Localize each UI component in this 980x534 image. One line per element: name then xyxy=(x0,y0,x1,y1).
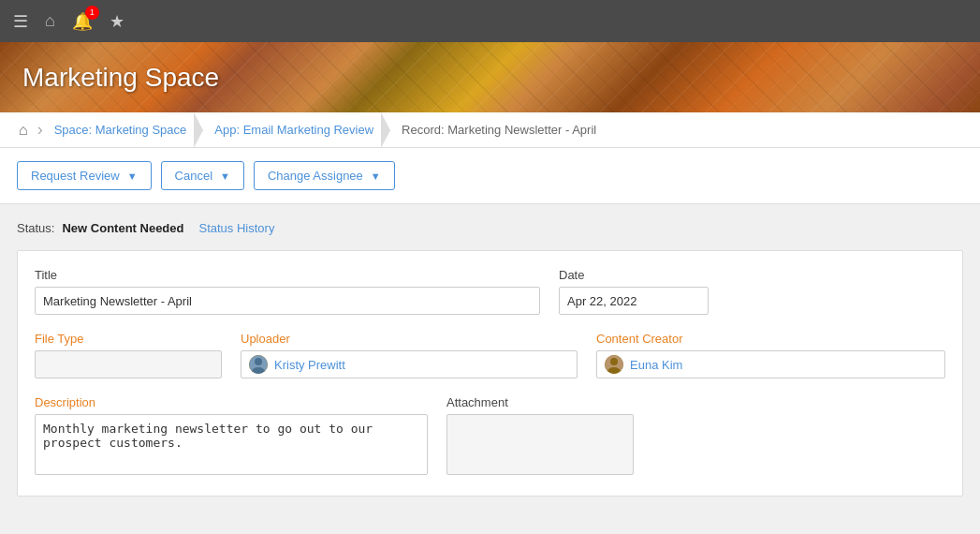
creator-field-group: Content Creator Euna Kim xyxy=(596,332,945,378)
description-input[interactable]: Monthly marketing newsletter to go out t… xyxy=(35,414,428,475)
title-label: Title xyxy=(35,268,540,282)
main-content: Status: New Content Needed Status Histor… xyxy=(0,204,980,519)
page-title: Marketing Space xyxy=(22,63,219,93)
uploader-label: Uploader xyxy=(241,332,578,346)
breadcrumb-home[interactable]: ⌂ xyxy=(11,122,36,139)
file-type-label: File Type xyxy=(35,332,222,346)
breadcrumb-space[interactable]: Space: Marketing Space xyxy=(45,123,197,137)
menu-icon[interactable]: ☰ xyxy=(13,11,28,32)
notification-badge: 1 xyxy=(85,6,99,20)
attachment-label: Attachment xyxy=(446,395,634,409)
creator-input[interactable]: Euna Kim xyxy=(596,350,945,378)
bell-icon[interactable]: 🔔 1 xyxy=(72,11,93,32)
change-assignee-button[interactable]: Change Assignee ▼ xyxy=(254,161,395,190)
uploader-field-group: Uploader Kristy Prewitt xyxy=(241,332,578,378)
creator-name: Euna Kim xyxy=(630,358,682,372)
attachment-field-group: Attachment xyxy=(446,395,634,475)
file-type-input[interactable] xyxy=(35,350,222,378)
creator-label: Content Creator xyxy=(596,332,945,346)
form-row-desc-attach: Description Monthly marketing newsletter… xyxy=(35,395,945,475)
title-input[interactable] xyxy=(35,287,540,315)
record-form: Title Date File Type Uploader xyxy=(17,250,963,497)
date-label: Date xyxy=(559,268,709,282)
breadcrumb-record: Record: Marketing Newsletter - April xyxy=(392,123,606,137)
uploader-input[interactable]: Kristy Prewitt xyxy=(241,350,578,378)
breadcrumb: ⌂ › Space: Marketing Space › App: Email … xyxy=(0,112,980,148)
chevron-down-icon: ▼ xyxy=(127,171,138,182)
creator-avatar xyxy=(605,355,623,374)
form-row-title-date: Title Date xyxy=(35,268,945,315)
description-field-group: Description Monthly marketing newsletter… xyxy=(35,395,428,475)
chevron-down-icon: ▼ xyxy=(220,171,230,182)
title-field-group: Title xyxy=(35,268,540,315)
svg-point-4 xyxy=(610,358,618,365)
date-field-group: Date xyxy=(559,268,709,315)
chevron-down-icon: ▼ xyxy=(371,171,381,182)
request-review-button[interactable]: Request Review ▼ xyxy=(17,161,152,190)
page-banner: Marketing Space xyxy=(0,42,980,112)
top-navigation: ☰ ⌂ 🔔 1 ★ xyxy=(0,0,980,42)
breadcrumb-app[interactable]: App: Email Marketing Review xyxy=(205,123,383,137)
date-input[interactable] xyxy=(559,287,709,315)
uploader-name: Kristy Prewitt xyxy=(274,358,345,372)
status-prefix: Status: xyxy=(17,221,54,235)
star-icon[interactable]: ★ xyxy=(110,11,124,32)
action-bar: Request Review ▼ Cancel ▼ Change Assigne… xyxy=(0,148,980,204)
file-type-field-group: File Type xyxy=(35,332,222,378)
home-icon[interactable]: ⌂ xyxy=(45,11,55,31)
uploader-avatar xyxy=(249,355,268,374)
form-row-file-upload-creator: File Type Uploader Kristy Prewitt xyxy=(35,332,945,378)
status-bar: Status: New Content Needed Status Histor… xyxy=(17,221,963,235)
status-value: New Content Needed xyxy=(62,221,183,235)
svg-point-1 xyxy=(255,358,262,365)
attachment-input[interactable] xyxy=(446,414,634,475)
description-label: Description xyxy=(35,395,428,409)
status-history-link[interactable]: Status History xyxy=(198,221,274,235)
cancel-button[interactable]: Cancel ▼ xyxy=(161,161,244,190)
